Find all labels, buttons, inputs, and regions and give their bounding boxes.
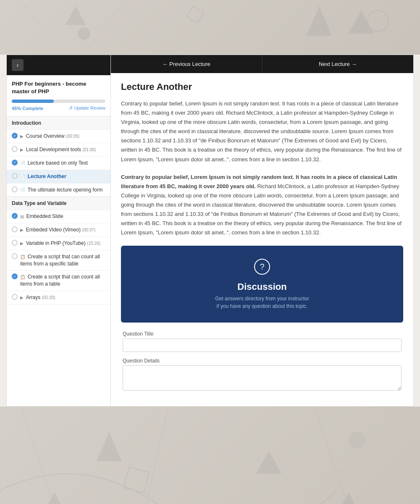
lesson-2-content: ▶ Local Development tools (01:00) [20,146,105,153]
lesson-item-script-specific[interactable]: 📋 Create a script that can count all ite… [7,250,110,271]
lesson-6-content: ▤ Embedded Slide [20,213,105,220]
lesson-10-title: Create a script that can count all items… [20,274,100,287]
course-info: PHP For beginners - become master of PHP… [7,75,110,116]
check-circle-lesson-11 [12,294,18,300]
lecture-title: Lecture Another [121,81,403,92]
data-type-lesson-list: ▤ Embedded Slide ▶ Embeded Video (Vimeo)… [7,210,110,304]
lesson-7-content: ▶ Embeded Video (Vimeo) (00:37) [20,226,105,234]
main-content: ← Previous Lecture Next Lecture → Lectur… [111,55,413,406]
lesson-item-arrays[interactable]: ▶ Arrays (02:20) [7,291,110,304]
svg-line-21 [315,407,378,504]
svg-point-3 [368,10,388,32]
check-circle-lesson-8 [12,240,18,246]
lecture-paragraph-1: Contrary to popular belief, Lorem Ipsum … [121,99,403,164]
question-details-textarea[interactable] [123,365,402,391]
doc-icon-4: 📄 [20,174,25,179]
doc-icon-3: 📄 [20,161,25,165]
question-title-input[interactable] [123,339,402,352]
lesson-2-meta: (01:00) [83,147,96,152]
video-icon-11: ▶ [20,295,24,300]
svg-point-4 [78,27,90,40]
lesson-5-content: 📄 The ultimate lecture opening form [20,186,105,194]
top-decoration [0,0,420,55]
check-circle-lesson-2 [12,146,18,152]
lesson-11-content: ▶ Arrays (02:20) [20,294,105,301]
doc-icon-5: 📄 [20,188,25,192]
discussion-title: Discussion [129,281,395,292]
bottom-decoration [0,407,420,504]
course-title: PHP For beginners - become master of PHP [12,80,105,95]
chevron-left-icon: ‹ [17,62,19,68]
question-title-label: Question Title [123,331,402,337]
lesson-item-embedded-slide[interactable]: ▤ Embedded Slide [7,210,110,223]
lesson-3-content: 📄 Lecture based on only Text [20,160,105,167]
check-circle-lesson-7 [12,226,18,232]
lesson-3-title: Lecture based on only Text [28,160,88,166]
lesson-item-local-dev[interactable]: ▶ Local Development tools (01:00) [7,143,110,157]
svg-point-16 [349,432,365,449]
check-circle-lesson-6 [12,213,18,219]
lesson-item-script-table[interactable]: 📋 Create a script that can count all ite… [7,270,110,291]
lesson-8-content: ▶ Variable in PHP (YouTube) (15:26) [20,240,105,247]
introduction-lesson-list: ▶ Course Overview (00:29) ▶ Local Develo… [7,130,110,197]
video-icon-8: ▶ [20,241,24,246]
question-details-group: Question Details [123,358,402,392]
lesson-4-title: Lecture Another [28,173,66,179]
lesson-5-title: The ultimate lecture opening form [28,187,103,193]
discussion-box: ? Discussion Get answers directory from … [121,246,403,323]
svg-marker-13 [336,493,361,504]
svg-line-19 [21,407,84,504]
section-header-introduction: Introduction [7,116,110,130]
svg-text:?: ? [260,262,264,271]
check-circle-lesson-9 [12,253,18,259]
svg-marker-2 [65,6,86,25]
section-header-data-type: Data Type and Variable [7,197,110,210]
next-lecture-button[interactable]: Next Lecture → [262,55,414,73]
svg-marker-0 [307,6,332,36]
check-circle-lesson-3 [12,160,18,165]
progress-bar-container [12,100,105,103]
discussion-subtitle-line1: Get answers directory from your instruct… [215,296,309,302]
question-title-group: Question Title [123,331,402,352]
progress-bar-fill [12,100,54,103]
video-icon-2: ▶ [20,147,24,152]
lesson-6-title: Embedded Slide [26,213,63,219]
lesson-11-title: Arrays [26,294,41,300]
svg-rect-17 [123,467,149,493]
sidebar: ‹ PHP For beginners - become master of P… [7,55,111,406]
prev-lecture-button[interactable]: ← Previous Lecture [111,55,262,73]
video-icon-1: ▶ [20,134,24,139]
script-icon-10: 📋 [20,275,25,279]
check-circle-lesson-5 [12,186,18,192]
discussion-subtitle-line2: if you have any question about this topi… [217,303,308,309]
question-icon: ? [129,258,395,278]
course-layout: ‹ PHP For beginners - become master of P… [6,55,414,407]
check-circle-lesson-1 [12,133,18,139]
lesson-8-meta: (15:26) [87,241,100,246]
svg-marker-11 [256,451,281,474]
video-icon-7: ▶ [20,228,24,232]
lesson-item-course-overview[interactable]: ▶ Course Overview (00:29) [7,130,110,143]
back-button[interactable]: ‹ [12,59,24,71]
lesson-item-vimeo[interactable]: ▶ Embeded Video (Vimeo) (00:37) [7,223,110,237]
progress-info: 45% Complete ↺ Update Review [12,105,105,111]
lesson-1-meta: (00:29) [66,134,79,139]
lesson-item-ultimate-lecture[interactable]: 📄 The ultimate lecture opening form [7,184,110,197]
lesson-1-content: ▶ Course Overview (00:29) [20,133,105,140]
lecture-paragraph-2: Contrary to popular belief, Lorem Ipsum … [121,173,403,238]
lesson-item-lecture-another[interactable]: 📄 Lecture Another [7,170,110,184]
lesson-1-title: Course Overview [26,133,65,139]
slide-icon-6: ▤ [20,214,24,219]
svg-marker-10 [97,432,122,461]
sidebar-nav-bar: ‹ [7,55,110,75]
lecture-navigation: ← Previous Lecture Next Lecture → [111,55,413,73]
lesson-9-title: Create a script that can count all items… [20,254,100,267]
lesson-item-text-only[interactable]: 📄 Lecture based on only Text [7,157,110,170]
lecture-body: Lecture Another Contrary to popular beli… [111,73,413,406]
question-form: Question Title Question Details [121,331,403,392]
lesson-9-content: 📋 Create a script that can count all ite… [20,253,105,268]
lesson-item-youtube[interactable]: ▶ Variable in PHP (YouTube) (15:26) [7,237,110,250]
update-review-button[interactable]: ↺ Update Review [69,105,105,111]
lesson-4-content: 📄 Lecture Another [20,173,105,180]
lecture-paragraph-2-normal: Richard McClintock, a Latin professor at… [121,183,402,236]
